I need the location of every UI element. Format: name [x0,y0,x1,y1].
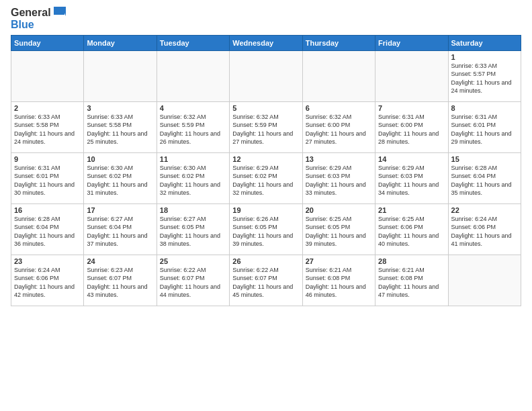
weekday-header-thursday: Thursday [302,35,375,50]
calendar-cell: 26Sunrise: 6:22 AM Sunset: 6:07 PM Dayli… [230,255,302,306]
day-info: Sunrise: 6:23 AM Sunset: 6:07 PM Dayligh… [87,266,153,300]
day-info: Sunrise: 6:21 AM Sunset: 6:08 PM Dayligh… [378,266,445,300]
calendar-cell: 2Sunrise: 6:33 AM Sunset: 5:58 PM Daylig… [11,101,84,152]
day-info: Sunrise: 6:28 AM Sunset: 6:04 PM Dayligh… [451,164,518,197]
calendar-cell: 1Sunrise: 6:33 AM Sunset: 5:57 PM Daylig… [448,50,521,101]
calendar-cell: 5Sunrise: 6:32 AM Sunset: 5:59 PM Daylig… [230,101,302,152]
day-number: 5 [232,104,299,112]
calendar-cell: 14Sunrise: 6:29 AM Sunset: 6:03 PM Dayli… [375,152,448,203]
calendar-cell: 7Sunrise: 6:31 AM Sunset: 6:00 PM Daylig… [375,101,448,152]
day-number: 21 [378,206,445,214]
day-number: 27 [306,257,372,265]
day-number: 22 [451,206,518,214]
calendar-cell: 3Sunrise: 6:33 AM Sunset: 5:58 PM Daylig… [84,101,157,152]
day-info: Sunrise: 6:25 AM Sunset: 6:05 PM Dayligh… [306,215,372,248]
weekday-header-wednesday: Wednesday [230,35,302,50]
day-info: Sunrise: 6:27 AM Sunset: 6:04 PM Dayligh… [87,215,153,248]
day-number: 19 [232,206,299,214]
logo-blue: Blue [11,19,34,31]
calendar-cell: 16Sunrise: 6:28 AM Sunset: 6:04 PM Dayli… [11,203,84,255]
day-number: 11 [160,155,226,163]
day-number: 26 [232,257,299,265]
day-info: Sunrise: 6:29 AM Sunset: 6:03 PM Dayligh… [378,164,445,197]
day-info: Sunrise: 6:24 AM Sunset: 6:06 PM Dayligh… [14,266,81,300]
day-number: 3 [87,104,153,112]
day-info: Sunrise: 6:30 AM Sunset: 6:02 PM Dayligh… [160,164,226,197]
weekday-header-saturday: Saturday [448,35,521,50]
calendar-cell [230,50,302,101]
logo-general: General [11,7,51,19]
logo: General Blue [11,7,66,31]
day-info: Sunrise: 6:25 AM Sunset: 6:06 PM Dayligh… [378,215,445,248]
calendar-cell: 22Sunrise: 6:24 AM Sunset: 6:06 PM Dayli… [448,203,521,255]
day-info: Sunrise: 6:33 AM Sunset: 5:57 PM Dayligh… [451,62,518,95]
calendar-cell: 10Sunrise: 6:30 AM Sunset: 6:02 PM Dayli… [84,152,157,203]
calendar-cell [448,255,521,306]
calendar-cell: 13Sunrise: 6:29 AM Sunset: 6:03 PM Dayli… [302,152,375,203]
day-number: 1 [451,53,518,61]
calendar-cell: 15Sunrise: 6:28 AM Sunset: 6:04 PM Dayli… [448,152,521,203]
calendar-cell [157,50,229,101]
day-info: Sunrise: 6:31 AM Sunset: 6:00 PM Dayligh… [378,113,445,146]
day-info: Sunrise: 6:27 AM Sunset: 6:05 PM Dayligh… [160,215,226,248]
day-info: Sunrise: 6:22 AM Sunset: 6:07 PM Dayligh… [232,266,299,300]
day-info: Sunrise: 6:31 AM Sunset: 6:01 PM Dayligh… [14,164,81,197]
calendar-cell: 4Sunrise: 6:32 AM Sunset: 5:59 PM Daylig… [157,101,229,152]
day-number: 6 [306,104,372,112]
calendar-cell: 18Sunrise: 6:27 AM Sunset: 6:05 PM Dayli… [157,203,229,255]
day-info: Sunrise: 6:22 AM Sunset: 6:07 PM Dayligh… [160,266,226,300]
day-info: Sunrise: 6:32 AM Sunset: 5:59 PM Dayligh… [160,113,226,146]
day-info: Sunrise: 6:33 AM Sunset: 5:58 PM Dayligh… [87,113,153,146]
calendar-cell [375,50,448,101]
day-info: Sunrise: 6:28 AM Sunset: 6:04 PM Dayligh… [14,215,81,248]
calendar-cell: 27Sunrise: 6:21 AM Sunset: 6:08 PM Dayli… [302,255,375,306]
calendar-cell: 6Sunrise: 6:32 AM Sunset: 6:00 PM Daylig… [302,101,375,152]
day-info: Sunrise: 6:33 AM Sunset: 5:58 PM Dayligh… [14,113,81,146]
calendar: SundayMondayTuesdayWednesdayThursdayFrid… [11,35,521,306]
calendar-cell: 19Sunrise: 6:26 AM Sunset: 6:05 PM Dayli… [230,203,302,255]
weekday-header-friday: Friday [375,35,448,50]
day-info: Sunrise: 6:29 AM Sunset: 6:02 PM Dayligh… [232,164,299,197]
day-number: 18 [160,206,226,214]
day-number: 14 [378,155,445,163]
calendar-cell [11,50,84,101]
calendar-cell: 9Sunrise: 6:31 AM Sunset: 6:01 PM Daylig… [11,152,84,203]
day-number: 10 [87,155,153,163]
day-number: 24 [87,257,153,265]
day-info: Sunrise: 6:26 AM Sunset: 6:05 PM Dayligh… [232,215,299,248]
logo-flag-icon [52,7,66,19]
day-info: Sunrise: 6:30 AM Sunset: 6:02 PM Dayligh… [87,164,153,197]
calendar-cell: 24Sunrise: 6:23 AM Sunset: 6:07 PM Dayli… [84,255,157,306]
day-number: 9 [14,155,81,163]
day-number: 28 [378,257,445,265]
calendar-cell: 28Sunrise: 6:21 AM Sunset: 6:08 PM Dayli… [375,255,448,306]
day-number: 7 [378,104,445,112]
calendar-cell: 8Sunrise: 6:31 AM Sunset: 6:01 PM Daylig… [448,101,521,152]
day-info: Sunrise: 6:24 AM Sunset: 6:06 PM Dayligh… [451,215,518,248]
day-info: Sunrise: 6:32 AM Sunset: 5:59 PM Dayligh… [232,113,299,146]
day-number: 25 [160,257,226,265]
calendar-cell: 12Sunrise: 6:29 AM Sunset: 6:02 PM Dayli… [230,152,302,203]
calendar-cell: 25Sunrise: 6:22 AM Sunset: 6:07 PM Dayli… [157,255,229,306]
weekday-header-monday: Monday [84,35,157,50]
day-number: 23 [14,257,81,265]
day-info: Sunrise: 6:32 AM Sunset: 6:00 PM Dayligh… [306,113,372,146]
day-number: 12 [232,155,299,163]
weekday-header-sunday: Sunday [11,35,84,50]
day-info: Sunrise: 6:31 AM Sunset: 6:01 PM Dayligh… [451,113,518,146]
weekday-header-tuesday: Tuesday [157,35,229,50]
day-number: 13 [306,155,372,163]
calendar-cell: 21Sunrise: 6:25 AM Sunset: 6:06 PM Dayli… [375,203,448,255]
day-number: 16 [14,206,81,214]
calendar-cell: 23Sunrise: 6:24 AM Sunset: 6:06 PM Dayli… [11,255,84,306]
day-number: 4 [160,104,226,112]
day-number: 8 [451,104,518,112]
calendar-cell [302,50,375,101]
day-number: 20 [306,206,372,214]
day-number: 2 [14,104,81,112]
calendar-cell [84,50,157,101]
calendar-cell: 17Sunrise: 6:27 AM Sunset: 6:04 PM Dayli… [84,203,157,255]
calendar-cell: 20Sunrise: 6:25 AM Sunset: 6:05 PM Dayli… [302,203,375,255]
day-info: Sunrise: 6:29 AM Sunset: 6:03 PM Dayligh… [306,164,372,197]
calendar-cell: 11Sunrise: 6:30 AM Sunset: 6:02 PM Dayli… [157,152,229,203]
